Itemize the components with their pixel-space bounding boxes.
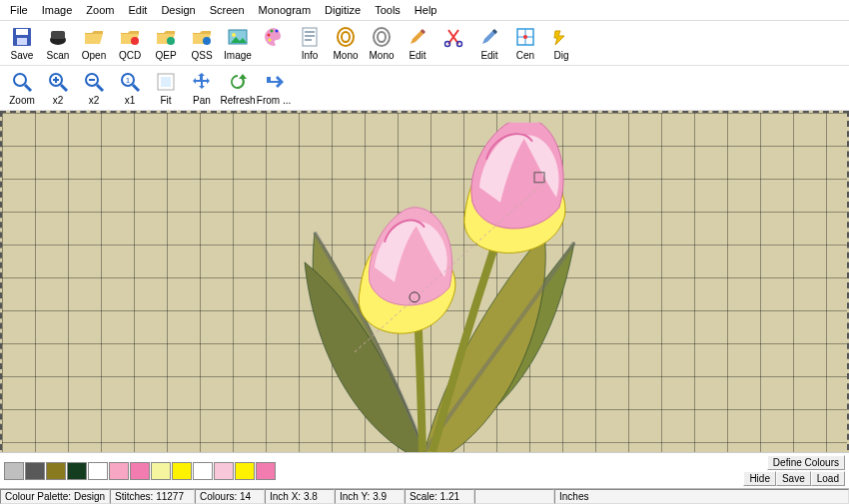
menu-edit[interactable]: Edit — [122, 2, 153, 18]
colour-swatch-1[interactable] — [25, 462, 45, 480]
svg-rect-17 — [305, 39, 312, 41]
info-icon — [298, 25, 322, 49]
palette-bar: Define Colours Hide Save Load — [0, 452, 849, 488]
embroidery-design[interactable] — [245, 123, 604, 452]
qcd-icon — [118, 25, 142, 49]
qss-icon — [190, 25, 214, 49]
qss-button[interactable]: QSS — [184, 23, 220, 63]
svg-line-35 — [97, 85, 103, 91]
edit-button[interactable]: Edit — [400, 23, 435, 63]
menubar: FileImageZoomEditDesignScreenMonogramDig… — [0, 0, 849, 21]
svg-rect-15 — [305, 31, 315, 33]
define-colours-button[interactable]: Define Colours — [767, 455, 845, 470]
fit-button[interactable]: Fit — [148, 68, 184, 108]
svg-text:1: 1 — [126, 76, 131, 85]
cut-button[interactable] — [435, 23, 471, 63]
svg-point-19 — [342, 32, 350, 42]
save-button[interactable]: Save — [4, 23, 40, 63]
colour-swatch-10[interactable] — [214, 462, 234, 480]
palette-button[interactable] — [256, 23, 292, 63]
svg-rect-2 — [17, 38, 27, 45]
svg-rect-4 — [51, 31, 65, 39]
status-blank — [474, 489, 554, 504]
svg-rect-1 — [16, 29, 28, 35]
menu-help[interactable]: Help — [409, 2, 443, 18]
menu-zoom[interactable]: Zoom — [80, 2, 120, 18]
colour-swatch-0[interactable] — [4, 462, 24, 480]
svg-point-5 — [131, 37, 139, 45]
edit2-button[interactable]: Edit — [471, 23, 507, 63]
pan-icon — [190, 70, 214, 94]
svg-point-13 — [269, 39, 272, 42]
status-scale: Scale: 1.21 — [405, 489, 474, 504]
toolbar-main: SaveScanOpenQCDQEPQSSImageInfoMonoMonoEd… — [0, 21, 849, 66]
qep-icon — [154, 25, 178, 49]
refresh-button[interactable]: Refresh — [220, 68, 256, 108]
svg-point-20 — [374, 28, 390, 46]
dig-button[interactable]: Dig — [543, 23, 579, 63]
zoom-in-button[interactable]: x2 — [40, 68, 76, 108]
from-button[interactable]: From ... — [256, 68, 292, 108]
colour-swatches — [4, 462, 276, 480]
zoom-1x-icon: 1 — [118, 70, 142, 94]
scan-icon — [46, 25, 70, 49]
menu-file[interactable]: File — [4, 2, 34, 18]
qep-button[interactable]: QEP — [148, 23, 184, 63]
load-button[interactable]: Load — [811, 471, 845, 486]
center-button[interactable]: Cen — [507, 23, 543, 63]
svg-point-27 — [523, 35, 527, 39]
status-units: Inches — [554, 489, 849, 504]
colour-swatch-11[interactable] — [235, 462, 255, 480]
svg-point-18 — [338, 28, 354, 46]
svg-rect-41 — [161, 77, 171, 87]
colour-swatch-3[interactable] — [67, 462, 87, 480]
mono2-button[interactable]: Mono — [364, 23, 400, 63]
scan-button[interactable]: Scan — [40, 23, 76, 63]
svg-point-28 — [14, 74, 26, 86]
zoom-button[interactable]: Zoom — [4, 68, 40, 108]
colour-swatch-6[interactable] — [130, 462, 150, 480]
svg-point-12 — [276, 30, 279, 33]
from-icon — [262, 70, 286, 94]
menu-monogram[interactable]: Monogram — [253, 2, 318, 18]
zoom-1x-button[interactable]: 1x1 — [112, 68, 148, 108]
colour-swatch-2[interactable] — [46, 462, 66, 480]
status-inchx: Inch X: 3.8 — [265, 489, 335, 504]
design-canvas[interactable] — [0, 111, 849, 452]
svg-point-22 — [445, 42, 450, 47]
mono-button[interactable]: Mono — [328, 23, 364, 63]
qcd-button[interactable]: QCD — [112, 23, 148, 63]
colour-swatch-5[interactable] — [109, 462, 129, 480]
status-colours: Colours: 14 — [195, 489, 265, 504]
zoom-out-button[interactable]: x2 — [76, 68, 112, 108]
menu-digitize[interactable]: Digitize — [319, 2, 367, 18]
colour-swatch-9[interactable] — [193, 462, 213, 480]
colour-swatch-12[interactable] — [256, 462, 276, 480]
colour-swatch-4[interactable] — [88, 462, 108, 480]
open-button[interactable]: Open — [76, 23, 112, 63]
menu-design[interactable]: Design — [155, 2, 201, 18]
svg-point-7 — [203, 37, 211, 45]
toolbar-view: Zoomx2x21x1FitPanRefreshFrom ... — [0, 66, 849, 111]
menu-image[interactable]: Image — [36, 2, 79, 18]
hide-button[interactable]: Hide — [743, 471, 776, 486]
svg-line-31 — [61, 85, 67, 91]
svg-line-29 — [25, 85, 31, 91]
colour-swatch-8[interactable] — [172, 462, 192, 480]
info-button[interactable]: Info — [292, 23, 328, 63]
status-inchy: Inch Y: 3.9 — [335, 489, 405, 504]
status-palette: Colour Palette: Design — [0, 489, 110, 504]
center-icon — [513, 25, 537, 49]
colour-swatch-7[interactable] — [151, 462, 171, 480]
save-icon — [10, 25, 34, 49]
svg-point-10 — [268, 34, 271, 37]
menu-screen[interactable]: Screen — [204, 2, 251, 18]
palette-save-button[interactable]: Save — [776, 471, 811, 486]
svg-rect-16 — [305, 35, 315, 37]
image-button[interactable]: Image — [220, 23, 256, 63]
svg-line-38 — [133, 85, 139, 91]
pan-button[interactable]: Pan — [184, 68, 220, 108]
menu-tools[interactable]: Tools — [369, 2, 407, 18]
image-icon — [226, 25, 250, 49]
svg-point-9 — [232, 33, 236, 37]
